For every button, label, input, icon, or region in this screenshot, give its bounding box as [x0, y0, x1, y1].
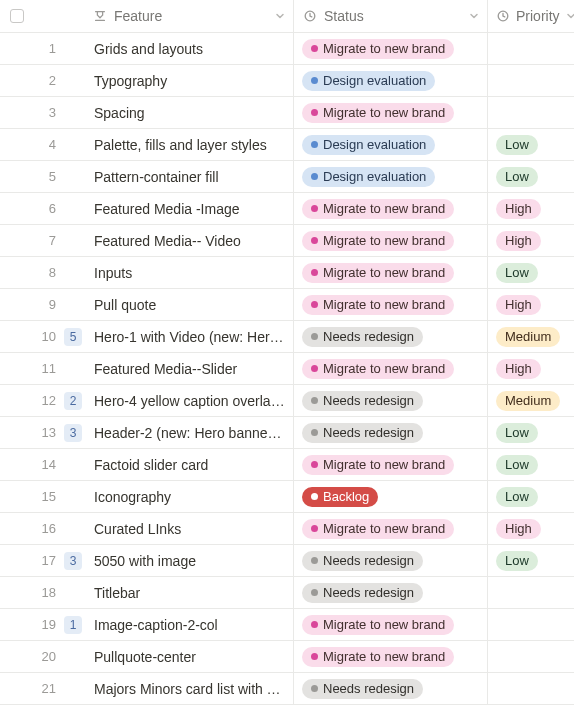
table-row[interactable]: 18TitlebarNeeds redesign: [0, 577, 574, 609]
status-pill: Migrate to new brand: [302, 199, 454, 219]
table-row[interactable]: 3SpacingMigrate to new brand: [0, 97, 574, 129]
table-row[interactable]: 20Pullquote-centerMigrate to new brand: [0, 641, 574, 673]
column-header-feature[interactable]: Feature: [92, 0, 293, 32]
feature-cell[interactable]: Grids and layouts: [92, 41, 293, 57]
feature-cell[interactable]: Featured Media--Slider: [92, 361, 293, 377]
status-cell[interactable]: Needs redesign: [293, 673, 487, 704]
feature-cell[interactable]: Featured Media-- Video: [92, 233, 293, 249]
priority-label: Medium: [505, 329, 551, 344]
priority-cell[interactable]: Low: [487, 257, 574, 288]
table-row[interactable]: 15IconographyBacklogLow: [0, 481, 574, 513]
feature-cell[interactable]: Titlebar: [92, 585, 293, 601]
status-pill: Needs redesign: [302, 391, 423, 411]
priority-cell[interactable]: High: [487, 225, 574, 256]
status-cell[interactable]: Migrate to new brand: [293, 609, 487, 640]
priority-cell[interactable]: [487, 577, 574, 608]
feature-text: Factoid slider card: [94, 457, 285, 473]
table-row[interactable]: 6Featured Media -ImageMigrate to new bra…: [0, 193, 574, 225]
table-row[interactable]: 105Hero-1 with Video (new: Hero ba…Needs…: [0, 321, 574, 353]
column-header-priority[interactable]: Priority: [487, 0, 574, 32]
status-cell[interactable]: Migrate to new brand: [293, 641, 487, 672]
table-row[interactable]: 4Palette, fills and layer stylesDesign e…: [0, 129, 574, 161]
table-row[interactable]: 1735050 with imageNeeds redesignLow: [0, 545, 574, 577]
feature-cell[interactable]: Spacing: [92, 105, 293, 121]
priority-pill: High: [496, 199, 541, 219]
status-cell[interactable]: Migrate to new brand: [293, 353, 487, 384]
feature-text: Hero-4 yellow caption overlay (n…: [94, 393, 285, 409]
status-cell[interactable]: Needs redesign: [293, 577, 487, 608]
priority-cell[interactable]: Medium: [487, 385, 574, 416]
table-row[interactable]: 122Hero-4 yellow caption overlay (n…Need…: [0, 385, 574, 417]
status-cell[interactable]: Design evaluation: [293, 65, 487, 96]
feature-cell[interactable]: Pull quote: [92, 297, 293, 313]
feature-cell[interactable]: Majors Minors card list with Tabs: [92, 681, 293, 697]
feature-cell[interactable]: Iconography: [92, 489, 293, 505]
priority-cell[interactable]: [487, 65, 574, 96]
feature-cell[interactable]: Hero-1 with Video (new: Hero ba…: [92, 329, 293, 345]
priority-cell[interactable]: Medium: [487, 321, 574, 352]
priority-cell[interactable]: High: [487, 193, 574, 224]
status-cell[interactable]: Migrate to new brand: [293, 225, 487, 256]
status-cell[interactable]: Migrate to new brand: [293, 97, 487, 128]
table-row[interactable]: 7Featured Media-- VideoMigrate to new br…: [0, 225, 574, 257]
table-row[interactable]: 5Pattern-container fillDesign evaluation…: [0, 161, 574, 193]
priority-cell[interactable]: Low: [487, 129, 574, 160]
table-row[interactable]: 2TypographyDesign evaluation: [0, 65, 574, 97]
table-row[interactable]: 133Header-2 (new: Hero banner yell…Needs…: [0, 417, 574, 449]
priority-cell[interactable]: Low: [487, 449, 574, 480]
priority-cell[interactable]: [487, 641, 574, 672]
feature-cell[interactable]: Featured Media -Image: [92, 201, 293, 217]
feature-cell[interactable]: Typography: [92, 73, 293, 89]
feature-cell[interactable]: Palette, fills and layer styles: [92, 137, 293, 153]
feature-cell[interactable]: Inputs: [92, 265, 293, 281]
priority-pill: High: [496, 359, 541, 379]
status-cell[interactable]: Design evaluation: [293, 129, 487, 160]
table-row[interactable]: 14Factoid slider cardMigrate to new bran…: [0, 449, 574, 481]
priority-cell[interactable]: High: [487, 353, 574, 384]
column-header-status[interactable]: Status: [293, 0, 487, 32]
table-row[interactable]: 9Pull quoteMigrate to new brandHigh: [0, 289, 574, 321]
status-cell[interactable]: Needs redesign: [293, 321, 487, 352]
status-label: Migrate to new brand: [323, 521, 445, 536]
feature-cell[interactable]: Curated LInks: [92, 521, 293, 537]
status-cell[interactable]: Backlog: [293, 481, 487, 512]
priority-cell[interactable]: High: [487, 289, 574, 320]
feature-cell[interactable]: Hero-4 yellow caption overlay (n…: [92, 393, 293, 409]
feature-cell[interactable]: Pullquote-center: [92, 649, 293, 665]
feature-cell[interactable]: Factoid slider card: [92, 457, 293, 473]
priority-cell[interactable]: Low: [487, 417, 574, 448]
priority-cell[interactable]: [487, 673, 574, 704]
status-cell[interactable]: Migrate to new brand: [293, 513, 487, 544]
table-row[interactable]: 8InputsMigrate to new brandLow: [0, 257, 574, 289]
table-row[interactable]: 1Grids and layoutsMigrate to new brand: [0, 33, 574, 65]
row-number: 3: [34, 105, 62, 120]
priority-cell[interactable]: [487, 97, 574, 128]
feature-cell[interactable]: Image-caption-2-col: [92, 617, 293, 633]
priority-cell[interactable]: [487, 609, 574, 640]
status-cell[interactable]: Design evaluation: [293, 161, 487, 192]
status-dot-icon: [311, 653, 318, 660]
status-cell[interactable]: Migrate to new brand: [293, 33, 487, 64]
status-cell[interactable]: Needs redesign: [293, 545, 487, 576]
status-cell[interactable]: Migrate to new brand: [293, 289, 487, 320]
priority-cell[interactable]: [487, 33, 574, 64]
status-cell[interactable]: Needs redesign: [293, 417, 487, 448]
priority-cell[interactable]: High: [487, 513, 574, 544]
feature-cell[interactable]: Pattern-container fill: [92, 169, 293, 185]
feature-cell[interactable]: Header-2 (new: Hero banner yell…: [92, 425, 293, 441]
feature-cell[interactable]: 5050 with image: [92, 553, 293, 569]
table-row[interactable]: 191Image-caption-2-colMigrate to new bra…: [0, 609, 574, 641]
priority-cell[interactable]: Low: [487, 481, 574, 512]
status-cell[interactable]: Migrate to new brand: [293, 449, 487, 480]
priority-cell[interactable]: Low: [487, 545, 574, 576]
status-cell[interactable]: Migrate to new brand: [293, 257, 487, 288]
feature-text: Pullquote-center: [94, 649, 285, 665]
table-row[interactable]: 16Curated LInksMigrate to new brandHigh: [0, 513, 574, 545]
table-row[interactable]: 11Featured Media--SliderMigrate to new b…: [0, 353, 574, 385]
status-cell[interactable]: Needs redesign: [293, 385, 487, 416]
priority-cell[interactable]: Low: [487, 161, 574, 192]
select-all-cell[interactable]: [0, 9, 34, 23]
status-cell[interactable]: Migrate to new brand: [293, 193, 487, 224]
status-pill: Migrate to new brand: [302, 295, 454, 315]
table-row[interactable]: 21Majors Minors card list with TabsNeeds…: [0, 673, 574, 705]
